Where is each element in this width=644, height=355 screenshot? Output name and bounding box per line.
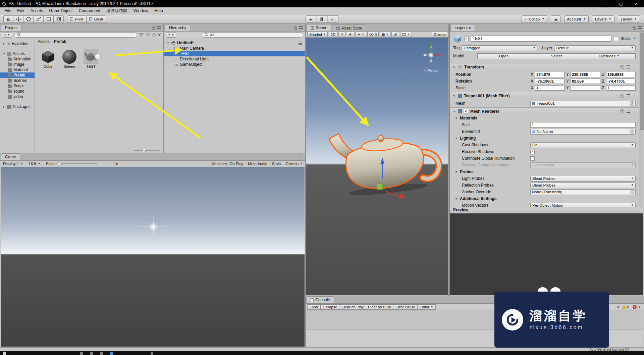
game-viewport[interactable] [1,167,305,347]
scale-tool-button[interactable] [34,15,44,23]
search-by-label-icon[interactable] [146,33,150,37]
warning-count-toggle[interactable]: 0 [622,305,629,309]
object-picker-icon[interactable] [630,101,634,106]
mesh-renderer-enabled-checkbox[interactable]: ✓ [464,109,468,113]
position-x-field[interactable]: 334.076 [535,72,565,77]
local-toggle-button[interactable]: Local [87,15,106,23]
layer-dropdown[interactable]: Default▼ [554,45,636,51]
menu-item-enhanced[interactable]: 增强版功能 [103,8,130,14]
collab-dropdown[interactable]: ⌄Collab▼ [522,15,547,23]
error-pause-toggle[interactable]: Error Pause [393,304,418,310]
project-search-input[interactable] [14,32,137,38]
thumbnail-size-slider[interactable] [133,150,160,151]
display-dropdown[interactable]: Display 1▼ [0,161,26,167]
stats-toggle[interactable]: Stats [270,161,283,167]
component-menu-icon[interactable]: ⋮ [632,109,636,113]
asset-item-sphere[interactable]: Sphere [60,49,79,68]
info-count-toggle[interactable]: !0 [612,305,619,309]
tree-item-animation[interactable]: Animation [0,56,35,62]
size-field[interactable]: 1 [530,122,636,128]
mesh-object-field[interactable]: Teapot001 [530,101,636,106]
scale-y-field[interactable]: 1 [571,85,600,91]
scene-tools-button[interactable] [391,32,399,37]
light-probes-dropdown[interactable]: Blend Probes▼ [530,176,636,182]
hierarchy-item-test[interactable]: TEST [164,51,305,56]
asset-item-cube[interactable]: Cube [38,49,58,68]
hidden-objects-toggle[interactable]: 0 [367,32,379,37]
game-gizmos-dropdown[interactable]: Gizmos▼ [283,161,305,167]
taskbar-icon[interactable] [90,352,93,355]
search-by-type-icon[interactable] [139,33,144,37]
tab-hierarchy[interactable]: Hierarchy [165,24,190,31]
taskbar-icon[interactable] [151,352,153,355]
hierarchy-item-main-camera[interactable]: Main Camera [164,46,305,51]
transform-tool-button[interactable] [54,15,64,23]
tree-item-favorites[interactable]: ▸★ Favorites [0,41,35,46]
tree-item-prefab[interactable]: Prefab [0,72,35,78]
lock-icon[interactable] [152,27,155,30]
taskbar-icon[interactable] [110,352,113,355]
layers-dropdown[interactable]: Layers▼ [592,15,614,23]
maximize-button[interactable]: ▢ [613,0,629,7]
tab-inspector[interactable]: Inspector [450,24,475,31]
object-name-field[interactable]: TEST [471,36,611,42]
menu-item-file[interactable]: File [1,8,14,13]
pivot-toggle-button[interactable]: Pivot [67,15,87,23]
static-dropdown-caret-icon[interactable]: ▼ [633,37,636,40]
panel-menu-icon[interactable] [157,26,161,29]
tree-item-packages[interactable]: ▸ Packages [0,104,35,109]
tree-item-scenes[interactable]: Scenes [0,78,35,83]
prefab-open-arrow-icon[interactable]: › [95,54,101,59]
scene-viewport[interactable]: y x < Persp [306,38,448,295]
tree-item-material[interactable]: Material [0,67,35,72]
menu-item-window[interactable]: Window [130,8,151,13]
scrollbar-thumb[interactable] [640,33,644,130]
tab-scene[interactable]: Scene [307,24,331,31]
panel-menu-icon[interactable]: ⋮ [299,155,303,159]
perspective-label[interactable]: < Persp [417,68,445,72]
component-menu-icon[interactable]: ⋮ [632,65,636,69]
taskbar-icon[interactable] [80,352,83,355]
position-z-field[interactable]: 135.6936 [606,72,636,77]
tab-game[interactable]: Game [1,153,20,160]
start-button-icon[interactable] [3,352,6,355]
menu-item-assets[interactable]: Assets [28,8,46,13]
account-dropdown[interactable]: Account▼ [564,15,589,23]
grid-dropdown[interactable]: ▦▼ [380,32,390,37]
materials-foldout[interactable]: ▾Materials [450,115,639,121]
hierarchy-item-gameobject[interactable]: GameObject [164,62,305,67]
rotation-z-field[interactable]: -74.47301 [606,79,636,84]
hierarchy-item-directional-light[interactable]: ☀ Directional Light [164,56,305,62]
hidden-packages-toggle[interactable]: 20 [152,33,161,37]
reflection-probes-dropdown[interactable]: Blend Probes▼ [530,183,636,188]
preview-header[interactable]: Preview [450,207,643,213]
lock-icon[interactable] [294,27,297,30]
close-button[interactable]: ✕ [629,0,644,7]
play-button[interactable]: ▶ [306,15,317,23]
scene-lighting-toggle[interactable]: ☀ [338,32,346,37]
cloud-button[interactable]: ☁ [551,15,561,23]
receive-shadows-checkbox[interactable]: ✓ [530,150,535,154]
model-overrides-button[interactable]: Overrides▼ [583,53,636,59]
material-object-field[interactable]: No Name [530,129,636,135]
2d-toggle[interactable]: 2D [329,32,337,37]
rotation-y-field[interactable]: 82.859 [571,79,600,84]
scale-x-field[interactable]: 1 [535,85,565,91]
scene-orientation-gizmo[interactable]: y x [417,42,445,70]
scale-z-field[interactable]: 1 [606,85,636,91]
breadcrumb-root[interactable]: Assets [38,39,50,44]
tree-item-script[interactable]: Script [0,83,35,89]
inspector-scrollbar[interactable] [639,32,643,207]
asset-item-test-prefab[interactable]: › TEST [81,49,101,68]
anchor-object-field[interactable]: None (Transform) [530,189,636,195]
menu-item-help[interactable]: Help [151,8,166,13]
presets-icon[interactable] [627,94,630,97]
additional-settings-foldout[interactable]: ▾Additional Settings [450,195,639,202]
hierarchy-search-input[interactable]: All [202,32,303,38]
tree-item-assets[interactable]: ▾ Assets [0,51,35,56]
position-y-field[interactable]: 239.3865 [571,72,600,77]
clear-on-play-toggle[interactable]: Clear on Play [339,304,366,310]
mute-audio-toggle[interactable]: Mute Audio [246,161,270,167]
tab-asset-store[interactable]: Asset Store [332,24,366,31]
static-checkbox[interactable] [614,37,618,41]
